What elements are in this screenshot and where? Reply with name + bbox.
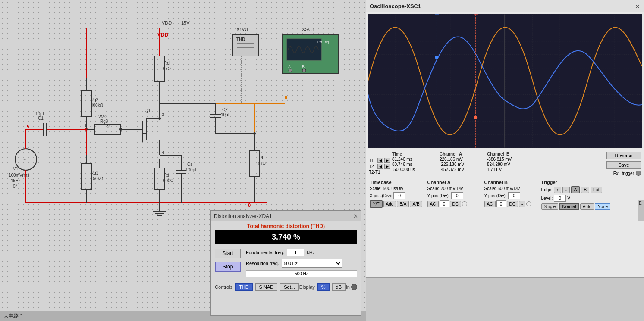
chb-ac-button[interactable]: AC xyxy=(484,201,496,207)
svg-text:2: 2 xyxy=(107,124,110,129)
chb-ypos-label: Y pos.(Div): xyxy=(484,193,507,198)
distortion-value-display: 3.740 % xyxy=(215,230,357,244)
trigger-ext-btn[interactable]: Ext xyxy=(591,187,602,193)
timebase-scale-val: 500 us/Div xyxy=(383,186,403,191)
chb-scale-val: 500 mV/Div xyxy=(497,186,520,191)
t1-right-btn[interactable]: ▶ xyxy=(384,158,390,163)
distortion-close-button[interactable]: ✕ xyxy=(353,213,358,219)
reverse-save-section: Reverse Save Ext. trigger xyxy=(606,152,641,176)
add-button[interactable]: Add xyxy=(383,201,396,207)
trigger-level-label: Level: xyxy=(541,196,553,201)
distortion-body: Start Stop Fundamental freq. kHz Resolut… xyxy=(211,247,361,279)
svg-text:VDD: VDD xyxy=(157,32,169,38)
ext-trigger-label: Ext. trigger xyxy=(613,171,634,176)
db-button[interactable]: dB xyxy=(332,283,346,291)
in-label: In xyxy=(346,284,350,290)
set-button[interactable]: Set... xyxy=(280,283,299,291)
cha-dc-button[interactable]: DC xyxy=(450,201,461,207)
svg-text:A: A xyxy=(288,65,291,69)
cha-zero-input[interactable] xyxy=(440,200,449,207)
oscilloscope-controls: Timebase Scale: 500 us/Div X pos.(Div): … xyxy=(366,178,644,212)
timebase-xpos-label: X pos.(Div): xyxy=(370,193,392,198)
svg-point-35 xyxy=(119,128,122,131)
yt-button[interactable]: Y/T xyxy=(370,200,383,208)
percent-button[interactable]: % xyxy=(317,283,330,291)
ab-button[interactable]: A/B xyxy=(410,201,422,207)
t2-left-btn[interactable]: ◀ xyxy=(377,164,383,169)
cha-radio-off[interactable] xyxy=(462,201,467,206)
svg-point-104 xyxy=(302,69,306,72)
cha-scale-label: Scale: xyxy=(427,186,440,191)
channel-a-label: Channel A xyxy=(427,180,479,185)
controls-section: Controls THD SINAD Set... xyxy=(215,283,299,291)
svg-text:150kΩ: 150kΩ xyxy=(91,176,104,181)
svg-text:V1: V1 xyxy=(13,166,19,171)
t2-right-btn[interactable]: ▶ xyxy=(384,164,390,169)
svg-text:XDA1: XDA1 xyxy=(236,27,249,32)
resolution-freq-row: Resolution freq. 500 Hz 1 kHz xyxy=(246,259,357,268)
cha-col-header: Channel_A xyxy=(440,152,487,156)
none-button[interactable]: None xyxy=(595,203,610,210)
time-col-header: Time xyxy=(392,152,440,156)
trigger-level-unit: V xyxy=(567,196,570,201)
tab-label[interactable]: 大电路 * xyxy=(3,312,22,320)
svg-text:Rs: Rs xyxy=(164,173,169,178)
svg-text:0: 0 xyxy=(248,203,251,208)
distortion-title: Distortion analyzer-XDA1 xyxy=(214,213,272,219)
distortion-start-stop: Start Stop xyxy=(215,249,241,277)
osc-e-area: E xyxy=(638,200,644,221)
svg-text:10μF: 10μF xyxy=(35,112,45,116)
svg-text:Rg1: Rg1 xyxy=(91,171,99,175)
trigger-fall-btn[interactable]: ↓ xyxy=(562,187,570,193)
t1-left-btn[interactable]: ◀ xyxy=(377,158,383,163)
start-button[interactable]: Start xyxy=(215,249,241,258)
sinad-button[interactable]: SINAD xyxy=(255,283,278,291)
t2t1-chb-val: 1.711 V xyxy=(487,167,534,172)
controls-label: Controls xyxy=(215,284,232,290)
normal-button[interactable]: Normal xyxy=(559,203,579,210)
reverse-button[interactable]: Reverse xyxy=(606,152,641,159)
trigger-rise-btn[interactable]: ↑ xyxy=(554,187,561,193)
fund-freq-label: Fundamental freq. xyxy=(246,250,284,255)
svg-text:RL: RL xyxy=(259,156,264,160)
chb-radio-off[interactable] xyxy=(526,201,531,206)
auto-button[interactable]: Auto xyxy=(580,203,594,210)
svg-text:VDD: VDD xyxy=(162,20,172,25)
cha-scale-val: 200 mV/Div xyxy=(440,186,463,191)
trigger-level-input[interactable] xyxy=(554,195,566,202)
thd-ctrl-button[interactable]: THD xyxy=(235,283,253,291)
chb-zero-input[interactable] xyxy=(496,200,506,207)
svg-text:5kΩ: 5kΩ xyxy=(258,161,266,166)
in-indicator xyxy=(351,284,357,290)
svg-text:C2: C2 xyxy=(222,107,228,112)
trigger-b-btn[interactable]: B xyxy=(581,187,589,193)
chb-ypos-input[interactable] xyxy=(508,192,520,199)
svg-rect-26 xyxy=(81,90,91,116)
chb-minus-button[interactable]: - xyxy=(519,201,525,207)
chb-dc-button[interactable]: DC xyxy=(507,201,518,207)
timebase-xpos-input[interactable] xyxy=(393,192,405,199)
oscilloscope-close-button[interactable]: ✕ xyxy=(635,3,640,10)
svg-text:Cs: Cs xyxy=(187,162,192,167)
t1-chb-val: -886.815 mV xyxy=(487,157,534,162)
ba-button[interactable]: B/A xyxy=(397,201,409,207)
stop-button[interactable]: Stop xyxy=(215,262,241,272)
trigger-label: Trigger xyxy=(541,180,611,185)
fund-freq-unit: kHz xyxy=(307,250,315,255)
res-freq-label: Resolution freq. xyxy=(246,261,279,266)
save-button[interactable]: Save xyxy=(606,161,641,169)
cha-ac-button[interactable]: AC xyxy=(427,201,439,207)
distortion-settings: Fundamental freq. kHz Resolution freq. 5… xyxy=(246,249,357,277)
svg-text:Rg2: Rg2 xyxy=(91,97,99,102)
res-freq-select[interactable]: 500 Hz 1 kHz xyxy=(282,259,342,268)
svg-text:15V: 15V xyxy=(181,20,190,25)
fund-freq-input[interactable] xyxy=(287,249,304,256)
oscilloscope-title: Oscilloscope-XSC1 xyxy=(370,3,421,9)
single-button[interactable]: Single xyxy=(541,203,559,210)
svg-text:C1: C1 xyxy=(38,116,44,121)
t1-cha-val: 226.186 mV xyxy=(440,157,487,162)
display-section: Display % dB xyxy=(299,283,346,291)
trigger-a-btn[interactable]: A xyxy=(571,186,580,193)
cha-ypos-input[interactable] xyxy=(451,192,463,199)
svg-text:Q1: Q1 xyxy=(145,108,151,113)
